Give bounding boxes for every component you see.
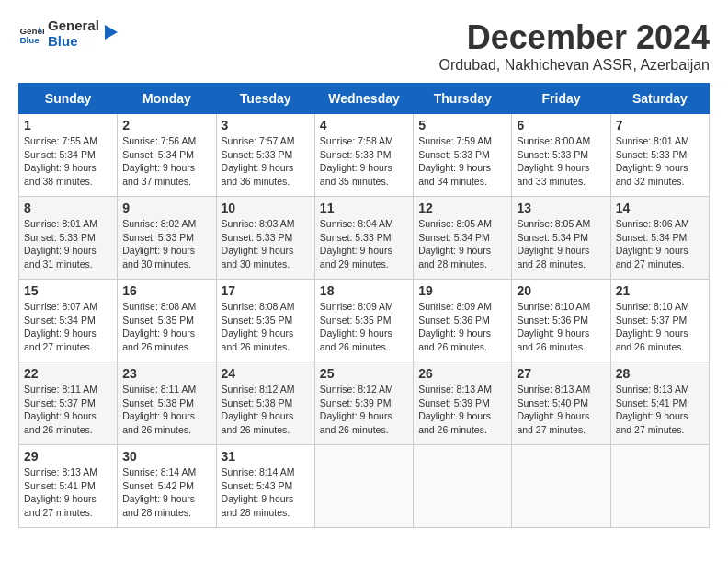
calendar-cell: 31 Sunrise: 8:14 AMSunset: 5:43 PMDaylig… (216, 445, 314, 528)
cell-content: Sunrise: 8:03 AMSunset: 5:33 PMDaylight:… (222, 218, 295, 270)
cell-content: Sunrise: 7:58 AMSunset: 5:33 PMDaylight:… (320, 135, 393, 187)
location-title: Ordubad, Nakhichevan ASSR, Azerbaijan (439, 57, 710, 74)
day-number: 27 (517, 366, 605, 381)
title-section: December 2024 Ordubad, Nakhichevan ASSR,… (439, 18, 710, 74)
week-row-1: 1 Sunrise: 7:55 AMSunset: 5:34 PMDayligh… (19, 114, 710, 197)
logo: General Blue General Blue (18, 18, 123, 49)
calendar-cell: 14 Sunrise: 8:06 AMSunset: 5:34 PMDaylig… (610, 197, 709, 280)
week-row-3: 15 Sunrise: 8:07 AMSunset: 5:34 PMDaylig… (19, 280, 710, 362)
day-number: 19 (418, 283, 506, 298)
calendar-cell: 18 Sunrise: 8:09 AMSunset: 5:35 PMDaylig… (314, 280, 413, 362)
cell-content: Sunrise: 8:14 AMSunset: 5:42 PMDaylight:… (122, 466, 196, 518)
calendar-cell: 2 Sunrise: 7:56 AMSunset: 5:34 PMDayligh… (118, 114, 216, 197)
day-number: 11 (320, 201, 408, 215)
calendar-cell (610, 445, 709, 528)
cell-content: Sunrise: 8:14 AMSunset: 5:43 PMDaylight:… (222, 466, 295, 518)
day-number: 3 (222, 118, 310, 132)
day-number: 26 (418, 366, 506, 381)
weekday-header-monday: Monday (118, 84, 216, 114)
day-number: 5 (418, 118, 506, 132)
calendar-cell: 22 Sunrise: 8:11 AMSunset: 5:37 PMDaylig… (19, 362, 118, 445)
calendar-cell: 3 Sunrise: 7:57 AMSunset: 5:33 PMDayligh… (216, 114, 314, 197)
day-number: 8 (24, 201, 112, 215)
cell-content: Sunrise: 8:05 AMSunset: 5:34 PMDaylight:… (418, 218, 492, 270)
day-number: 13 (517, 201, 605, 215)
day-number: 28 (616, 366, 704, 381)
calendar-cell: 28 Sunrise: 8:13 AMSunset: 5:41 PMDaylig… (610, 362, 709, 445)
logo-general-text: General (48, 18, 99, 34)
calendar-cell (414, 445, 512, 528)
cell-content: Sunrise: 8:10 AMSunset: 5:36 PMDaylight:… (517, 301, 590, 352)
calendar-table: SundayMondayTuesdayWednesdayThursdayFrid… (18, 83, 710, 528)
cell-content: Sunrise: 8:04 AMSunset: 5:33 PMDaylight:… (320, 218, 393, 270)
calendar-cell: 13 Sunrise: 8:05 AMSunset: 5:34 PMDaylig… (512, 197, 610, 280)
week-row-5: 29 Sunrise: 8:13 AMSunset: 5:41 PMDaylig… (19, 445, 710, 528)
day-number: 4 (320, 118, 408, 132)
cell-content: Sunrise: 7:59 AMSunset: 5:33 PMDaylight:… (418, 135, 492, 187)
logo-blue-text: Blue (48, 34, 99, 50)
calendar-cell: 1 Sunrise: 7:55 AMSunset: 5:34 PMDayligh… (19, 114, 118, 197)
weekday-header-tuesday: Tuesday (216, 84, 314, 114)
cell-content: Sunrise: 8:13 AMSunset: 5:41 PMDaylight:… (24, 466, 97, 518)
day-number: 29 (24, 449, 112, 464)
calendar-cell: 30 Sunrise: 8:14 AMSunset: 5:42 PMDaylig… (118, 445, 216, 528)
day-number: 25 (320, 366, 408, 381)
calendar-cell: 21 Sunrise: 8:10 AMSunset: 5:37 PMDaylig… (610, 280, 709, 362)
calendar-cell: 11 Sunrise: 8:04 AMSunset: 5:33 PMDaylig… (314, 197, 413, 280)
weekday-header-row: SundayMondayTuesdayWednesdayThursdayFrid… (19, 84, 710, 114)
day-number: 24 (222, 366, 310, 381)
calendar-cell: 7 Sunrise: 8:01 AMSunset: 5:33 PMDayligh… (610, 114, 709, 197)
cell-content: Sunrise: 8:00 AMSunset: 5:33 PMDaylight:… (517, 135, 590, 187)
page-header: General Blue General Blue December 2024 … (18, 18, 710, 74)
cell-content: Sunrise: 8:13 AMSunset: 5:41 PMDaylight:… (616, 384, 689, 435)
day-number: 7 (616, 118, 704, 132)
cell-content: Sunrise: 8:05 AMSunset: 5:34 PMDaylight:… (517, 218, 590, 270)
day-number: 12 (418, 201, 506, 215)
month-title: December 2024 (439, 18, 710, 57)
cell-content: Sunrise: 8:01 AMSunset: 5:33 PMDaylight:… (24, 218, 97, 270)
cell-content: Sunrise: 8:06 AMSunset: 5:34 PMDaylight:… (616, 218, 689, 270)
cell-content: Sunrise: 8:02 AMSunset: 5:33 PMDaylight:… (122, 218, 196, 270)
calendar-cell: 24 Sunrise: 8:12 AMSunset: 5:38 PMDaylig… (216, 362, 314, 445)
calendar-cell: 10 Sunrise: 8:03 AMSunset: 5:33 PMDaylig… (216, 197, 314, 280)
calendar-cell (512, 445, 610, 528)
day-number: 10 (222, 201, 310, 215)
weekday-header-wednesday: Wednesday (314, 84, 413, 114)
calendar-cell: 6 Sunrise: 8:00 AMSunset: 5:33 PMDayligh… (512, 114, 610, 197)
calendar-cell: 5 Sunrise: 7:59 AMSunset: 5:33 PMDayligh… (414, 114, 512, 197)
day-number: 20 (517, 283, 605, 298)
cell-content: Sunrise: 7:57 AMSunset: 5:33 PMDaylight:… (222, 135, 295, 187)
calendar-cell: 20 Sunrise: 8:10 AMSunset: 5:36 PMDaylig… (512, 280, 610, 362)
cell-content: Sunrise: 8:09 AMSunset: 5:35 PMDaylight:… (320, 301, 393, 352)
svg-text:Blue: Blue (19, 34, 40, 44)
weekday-header-saturday: Saturday (610, 84, 709, 114)
cell-content: Sunrise: 8:12 AMSunset: 5:38 PMDaylight:… (222, 384, 295, 435)
cell-content: Sunrise: 8:11 AMSunset: 5:38 PMDaylight:… (122, 384, 196, 435)
day-number: 17 (222, 283, 310, 298)
day-number: 22 (24, 366, 112, 381)
weekday-header-friday: Friday (512, 84, 610, 114)
day-number: 31 (222, 449, 310, 464)
calendar-cell: 15 Sunrise: 8:07 AMSunset: 5:34 PMDaylig… (19, 280, 118, 362)
calendar-cell: 23 Sunrise: 8:11 AMSunset: 5:38 PMDaylig… (118, 362, 216, 445)
day-number: 15 (24, 283, 112, 298)
calendar-cell: 4 Sunrise: 7:58 AMSunset: 5:33 PMDayligh… (314, 114, 413, 197)
weekday-header-thursday: Thursday (414, 84, 512, 114)
cell-content: Sunrise: 8:13 AMSunset: 5:40 PMDaylight:… (517, 384, 590, 435)
calendar-cell (314, 445, 413, 528)
day-number: 18 (320, 283, 408, 298)
cell-content: Sunrise: 8:08 AMSunset: 5:35 PMDaylight:… (222, 301, 295, 352)
calendar-cell: 25 Sunrise: 8:12 AMSunset: 5:39 PMDaylig… (314, 362, 413, 445)
cell-content: Sunrise: 8:10 AMSunset: 5:37 PMDaylight:… (616, 301, 689, 352)
day-number: 6 (517, 118, 605, 132)
week-row-4: 22 Sunrise: 8:11 AMSunset: 5:37 PMDaylig… (19, 362, 710, 445)
cell-content: Sunrise: 8:07 AMSunset: 5:34 PMDaylight:… (24, 301, 97, 352)
cell-content: Sunrise: 7:56 AMSunset: 5:34 PMDaylight:… (122, 135, 196, 187)
calendar-cell: 12 Sunrise: 8:05 AMSunset: 5:34 PMDaylig… (414, 197, 512, 280)
day-number: 23 (122, 366, 210, 381)
calendar-cell: 19 Sunrise: 8:09 AMSunset: 5:36 PMDaylig… (414, 280, 512, 362)
cell-content: Sunrise: 8:12 AMSunset: 5:39 PMDaylight:… (320, 384, 393, 435)
day-number: 21 (616, 283, 704, 298)
cell-content: Sunrise: 7:55 AMSunset: 5:34 PMDaylight:… (24, 135, 97, 187)
weekday-header-sunday: Sunday (19, 84, 118, 114)
